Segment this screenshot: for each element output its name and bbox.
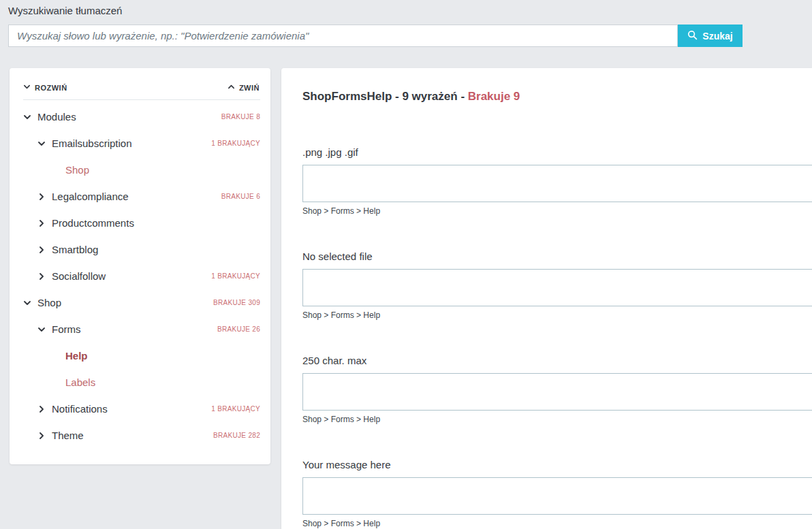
- tree-item-label: Emailsubscription: [52, 138, 132, 149]
- translations-tree-panel: ROZWIŃ ZWIŃ Modules BRAKUJE 8 Emailsubsc…: [10, 68, 270, 464]
- tree-item[interactable]: Productcomments: [23, 210, 260, 236]
- tree-item[interactable]: Theme BRAKUJE 282: [23, 422, 260, 449]
- domain-title-text: ShopFormsHelp - 9 wyrażeń -: [302, 90, 468, 103]
- chevron-right-icon: [37, 272, 47, 280]
- search-icon: [687, 30, 698, 42]
- missing-count-badge: BRAKUJE 8: [216, 113, 260, 121]
- search-button-label: Szukaj: [702, 31, 732, 42]
- missing-count-badge: BRAKUJE 282: [208, 432, 260, 439]
- tree-item-label: Shop: [37, 297, 61, 308]
- collapse-all-label: ZWIŃ: [239, 84, 260, 92]
- translation-field: Your message here Shop > Forms > Help: [302, 459, 812, 528]
- chevron-right-icon: [37, 405, 47, 413]
- chevron-down-icon: [23, 83, 31, 92]
- tree-item[interactable]: Forms BRAKUJE 26: [23, 316, 260, 342]
- translation-source-label: Your message here: [302, 459, 812, 470]
- translation-source-label: 250 char. max: [302, 355, 812, 366]
- translation-field: .png .jpg .gif Shop > Forms > Help: [302, 146, 812, 216]
- tree-item-label: Smartblog: [52, 244, 98, 255]
- domain-missing-count: Brakuje 9: [468, 90, 520, 103]
- field-breadcrumb: Shop > Forms > Help: [302, 415, 812, 424]
- chevron-right-icon: [37, 193, 47, 201]
- tree-item[interactable]: Shop BRAKUJE 309: [23, 289, 260, 316]
- translation-input[interactable]: [302, 165, 812, 202]
- tree-item[interactable]: Emailsubscription 1 BRAKUJĄCY: [23, 130, 260, 157]
- translations-tree: Modules BRAKUJE 8 Emailsubscription 1 BR…: [23, 103, 260, 449]
- search-input[interactable]: [8, 25, 678, 47]
- tree-item[interactable]: Help: [23, 342, 260, 369]
- field-breadcrumb: Shop > Forms > Help: [302, 310, 812, 320]
- translation-fields-list: .png .jpg .gif Shop > Forms > Help No se…: [302, 146, 812, 528]
- translation-source-label: No selected file: [302, 251, 812, 262]
- missing-count-badge: BRAKUJE 309: [208, 299, 260, 306]
- tree-item[interactable]: Socialfollow 1 BRAKUJĄCY: [23, 263, 260, 289]
- page-header: Wyszukiwanie tłumaczeń Szukaj: [0, 0, 812, 47]
- search-bar: Szukaj: [8, 25, 743, 47]
- missing-count-badge: 1 BRAKUJĄCY: [206, 272, 260, 280]
- chevron-down-icon: [37, 140, 47, 148]
- field-breadcrumb: Shop > Forms > Help: [302, 206, 812, 216]
- translation-input[interactable]: [302, 269, 812, 306]
- tree-item[interactable]: Modules BRAKUJE 8: [23, 103, 260, 130]
- translation-field: No selected file Shop > Forms > Help: [302, 251, 812, 320]
- page-title: Wyszukiwanie tłumaczeń: [8, 5, 812, 16]
- tree-item-label: Theme: [52, 430, 84, 441]
- content-area: ROZWIŃ ZWIŃ Modules BRAKUJE 8 Emailsubsc…: [10, 68, 812, 529]
- tree-item-label: Labels: [65, 376, 95, 388]
- tree-item-label: Shop: [65, 164, 89, 176]
- domain-title: ShopFormsHelp - 9 wyrażeń - Brakuje 9: [302, 90, 812, 103]
- chevron-down-icon: [23, 113, 33, 121]
- translation-source-label: .png .jpg .gif: [302, 146, 812, 158]
- missing-count-badge: BRAKUJE 6: [216, 193, 260, 200]
- tree-item-label: Socialfollow: [52, 270, 106, 282]
- translation-input[interactable]: [302, 477, 812, 515]
- tree-toolbar: ROZWIŃ ZWIŃ: [23, 82, 260, 92]
- tree-item-label: Help: [65, 350, 88, 362]
- tree-item[interactable]: Labels: [23, 369, 260, 396]
- tree-item-label: Modules: [37, 111, 76, 123]
- collapse-all-button[interactable]: ZWIŃ: [228, 83, 260, 92]
- chevron-right-icon: [37, 246, 47, 254]
- tree-item-label: Legalcompliance: [52, 191, 129, 202]
- translation-field: 250 char. max Shop > Forms > Help: [302, 355, 812, 424]
- tree-divider: [23, 99, 260, 100]
- translation-input[interactable]: [302, 373, 812, 411]
- missing-count-badge: BRAKUJE 26: [212, 325, 260, 333]
- tree-item[interactable]: Legalcompliance BRAKUJE 6: [23, 183, 260, 210]
- tree-item-label: Forms: [52, 323, 81, 335]
- field-breadcrumb: Shop > Forms > Help: [302, 519, 812, 528]
- tree-item-label: Productcomments: [52, 217, 134, 229]
- chevron-down-icon: [23, 299, 33, 307]
- tree-item[interactable]: Smartblog: [23, 236, 260, 263]
- missing-count-badge: 1 BRAKUJĄCY: [206, 140, 260, 147]
- expand-all-label: ROZWIŃ: [35, 84, 67, 92]
- chevron-right-icon: [37, 432, 47, 440]
- chevron-down-icon: [37, 325, 47, 334]
- chevron-right-icon: [37, 219, 47, 227]
- tree-item-label: Notifications: [52, 403, 108, 415]
- chevron-up-icon: [228, 83, 235, 92]
- tree-item[interactable]: Notifications 1 BRAKUJĄCY: [23, 396, 260, 422]
- expand-all-button[interactable]: ROZWIŃ: [23, 83, 67, 92]
- missing-count-badge: 1 BRAKUJĄCY: [206, 405, 260, 413]
- search-button[interactable]: Szukaj: [678, 25, 743, 47]
- translation-domain-panel: ShopFormsHelp - 9 wyrażeń - Brakuje 9 .p…: [281, 68, 812, 529]
- tree-item[interactable]: Shop: [23, 157, 260, 183]
